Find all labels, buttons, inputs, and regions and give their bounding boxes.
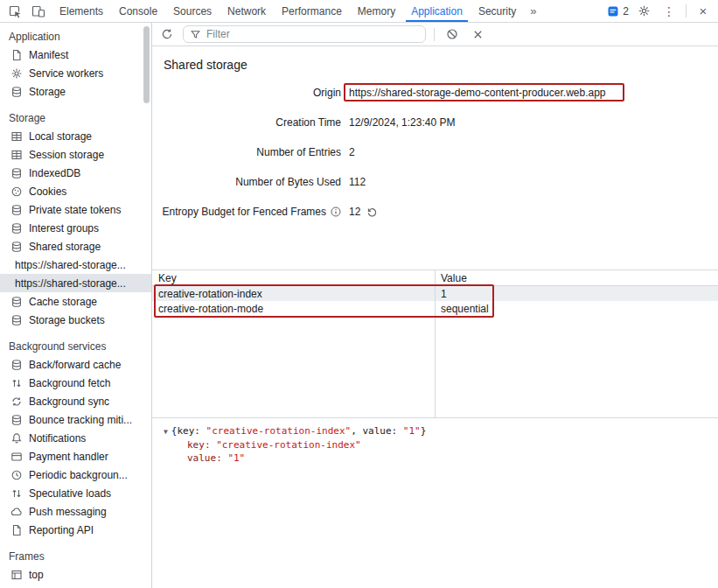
tab-sources[interactable]: Sources: [165, 0, 220, 22]
sidebar-item-interest-groups[interactable]: Interest groups: [0, 219, 151, 237]
tab-performance[interactable]: Performance: [274, 0, 350, 22]
sidebar-item-storage[interactable]: Storage: [0, 82, 151, 101]
sidebar-item-local-storage[interactable]: Local storage: [0, 127, 151, 145]
sidebar-item-shared-storage-origin-2[interactable]: https://shared-storage...: [0, 274, 151, 292]
sidebar-item-push-messaging[interactable]: Push messaging: [0, 502, 151, 521]
tab-application[interactable]: Application: [403, 0, 471, 22]
tab-label: Application: [411, 5, 463, 18]
sidebar-item-top-frame[interactable]: top: [0, 565, 151, 584]
sidebar-item-cache-storage[interactable]: Cache storage: [0, 292, 151, 311]
sidebar-scrollbar-thumb[interactable]: [143, 26, 150, 103]
sidebar-item-storage-buckets[interactable]: Storage buckets: [0, 311, 151, 329]
property-name: key: [187, 439, 205, 451]
devtools-content: Application Manifest Service workers Sto…: [0, 23, 718, 588]
sync-icon: [10, 396, 23, 408]
filter-input[interactable]: [206, 28, 419, 40]
chevron-label: »: [530, 4, 536, 18]
fetch-arrows-icon: [10, 377, 23, 389]
frame-icon: [10, 569, 23, 581]
tab-security[interactable]: Security: [471, 0, 524, 22]
sidebar-item-session-storage[interactable]: Session storage: [0, 145, 151, 164]
toolbar-divider: [434, 28, 435, 41]
tab-console[interactable]: Console: [111, 0, 165, 22]
close-devtools-icon[interactable]: ×: [693, 2, 714, 21]
sidebar-item-bounce-tracking-mitigations[interactable]: Bounce tracking miti...: [0, 410, 151, 429]
tab-label: Security: [478, 5, 516, 18]
clear-all-icon[interactable]: [443, 24, 462, 44]
summary-value-label: value:: [362, 425, 402, 437]
sidebar-item-background-fetch[interactable]: Background fetch: [0, 374, 151, 392]
sidebar-item-shared-storage-origin-1[interactable]: https://shared-storage...: [0, 256, 151, 274]
summary-key-string: "creative-rotation-index": [206, 425, 352, 437]
settings-gear-icon[interactable]: [633, 2, 654, 21]
database-icon: [10, 359, 23, 371]
tabbar-left-icons: [0, 0, 52, 22]
database-icon: [10, 296, 23, 308]
sidebar-item-private-state-tokens[interactable]: Private state tokens: [0, 200, 151, 219]
clock-icon: [10, 469, 23, 481]
sidebar-item-reporting-api[interactable]: Reporting API: [0, 521, 151, 539]
preview-summary-line: ▼{key: "creative-rotation-index", value:…: [164, 424, 718, 438]
device-toolbar-icon[interactable]: [28, 2, 49, 21]
item-label: Back/forward cache: [29, 359, 121, 371]
tabbar-right-icons: 2 ⋮ ×: [607, 0, 718, 22]
brace-close: }: [421, 425, 427, 437]
column-divider[interactable]: [435, 270, 436, 417]
message-icon: [607, 5, 619, 18]
expander-triangle-icon[interactable]: ▼: [164, 428, 168, 436]
section-title: Frames: [0, 548, 151, 565]
item-label: Local storage: [29, 130, 92, 143]
speculative-loads-icon: [10, 487, 23, 500]
delete-selected-icon[interactable]: [468, 24, 487, 44]
sidebar-section-frames: Frames top: [0, 548, 151, 584]
sidebar-item-notifications[interactable]: Notifications: [0, 429, 151, 447]
tab-memory[interactable]: Memory: [350, 0, 403, 22]
kebab-menu-icon[interactable]: ⋮: [659, 2, 680, 21]
field-value: https://shared-storage-demo-content-prod…: [349, 87, 606, 99]
more-tabs-chevron[interactable]: »: [524, 0, 542, 22]
refresh-icon[interactable]: [157, 24, 177, 44]
item-label: Bounce tracking miti...: [29, 414, 132, 426]
table-icon: [10, 149, 23, 161]
inspect-element-icon[interactable]: [4, 2, 25, 21]
sidebar-item-indexeddb[interactable]: IndexedDB: [0, 164, 151, 182]
tab-network[interactable]: Network: [220, 0, 274, 22]
reset-budget-icon[interactable]: [366, 206, 378, 218]
item-label: Session storage: [29, 149, 104, 161]
item-label: Background fetch: [29, 377, 110, 389]
sidebar-item-manifest[interactable]: Manifest: [0, 46, 151, 64]
sidebar-item-speculative-loads[interactable]: Speculative loads: [0, 484, 151, 502]
sidebar-section-storage: Storage Local storage Session storage In…: [0, 109, 151, 329]
summary-value-string: "1": [403, 425, 421, 437]
database-icon: [10, 86, 23, 98]
item-label: IndexedDB: [29, 167, 80, 179]
item-label: Cache storage: [29, 296, 97, 308]
field-label: Number of Entries: [152, 146, 341, 158]
item-label: Speculative loads: [29, 487, 111, 500]
sidebar-item-cookies[interactable]: Cookies: [0, 182, 151, 200]
item-label: https://shared-storage...: [15, 277, 126, 290]
tab-label: Sources: [173, 5, 212, 18]
sidebar-item-background-sync[interactable]: Background sync: [0, 392, 151, 410]
sidebar-item-shared-storage[interactable]: Shared storage: [0, 237, 151, 256]
sidebar-item-periodic-background-sync[interactable]: Periodic backgroun...: [0, 466, 151, 484]
sidebar-item-back-forward-cache[interactable]: Back/forward cache: [0, 355, 151, 374]
tab-elements[interactable]: Elements: [52, 0, 111, 22]
sidebar-item-service-workers[interactable]: Service workers: [0, 64, 151, 82]
section-title: Storage: [0, 109, 151, 127]
item-label: Service workers: [29, 67, 103, 80]
messages-count-badge[interactable]: 2: [607, 5, 629, 18]
database-icon: [10, 414, 23, 426]
column-header-value[interactable]: Value: [435, 272, 467, 284]
database-icon: [10, 167, 23, 179]
page-title: Shared storage: [164, 58, 718, 72]
field-value: 12/9/2024, 1:23:40 PM: [349, 116, 455, 129]
shared-storage-table: Key Value creative-rotation-index 1 crea…: [152, 270, 718, 418]
metadata-fields: Origin https://shared-storage-demo-conte…: [152, 78, 718, 227]
item-label: Cookies: [29, 186, 66, 198]
cell-value: sequential: [435, 303, 489, 315]
column-header-key[interactable]: Key: [152, 272, 435, 284]
info-icon[interactable]: [331, 206, 341, 217]
sidebar-item-payment-handler[interactable]: Payment handler: [0, 447, 151, 466]
cell-value: 1: [435, 288, 447, 300]
